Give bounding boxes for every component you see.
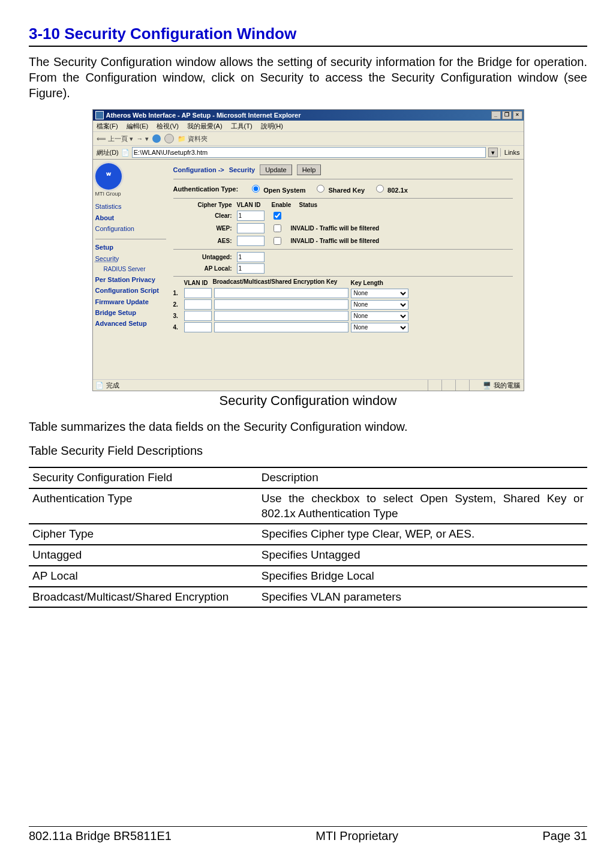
sidebar-item-advanced[interactable]: Advanced Setup <box>95 319 166 328</box>
fields-table: Security Configuration Field Description… <box>29 467 587 608</box>
cipher-header: Cipher Type VLAN ID Enable Status <box>173 201 513 209</box>
table-row: Broadcast/Multicast/Shared EncryptionSpe… <box>29 587 587 608</box>
auth-radio-8021x[interactable] <box>376 185 384 193</box>
sidebar-item-bridge-setup[interactable]: Bridge Setup <box>95 308 166 317</box>
logo-label: MTI Group <box>95 191 166 198</box>
menu-view[interactable]: 檢視(V) <box>157 122 179 130</box>
stop-icon[interactable] <box>152 134 161 143</box>
auth-open-system[interactable]: Open System <box>249 183 305 194</box>
untagged-input[interactable] <box>237 252 265 262</box>
ie-menu-bar: 檔案(F) 編輯(E) 檢視(V) 我的最愛(A) 工具(T) 說明(H) <box>93 121 524 132</box>
key-row: 2.None <box>173 299 513 310</box>
ie-toolbar: ⟸ 上一頁 ▾ → ▾ 📁 資料夾 <box>93 132 524 146</box>
key-row-num: 1. <box>173 289 182 297</box>
address-dropdown[interactable]: ▾ <box>488 148 498 157</box>
sidebar: ʷ MTI Group Statistics About Configurati… <box>93 160 169 380</box>
key-length-select[interactable]: None <box>351 300 408 310</box>
logo-icon: ʷ <box>95 163 122 190</box>
table-cell-field: Broadcast/Multicast/Shared Encryption <box>29 587 258 608</box>
aplocal-input[interactable] <box>237 263 265 274</box>
aes-enable-checkbox[interactable] <box>274 237 281 245</box>
page-icon: 📄 <box>121 148 130 157</box>
sidebar-item-about[interactable]: About <box>95 214 166 222</box>
cipher-row-wep: WEP: INVALID - Traffic will be filtered <box>173 223 513 234</box>
table-cell-desc: Specifies Cipher type Clear, WEP, or AES… <box>258 524 587 545</box>
table-cell-field: Authentication Type <box>29 488 258 524</box>
minimize-button[interactable]: _ <box>491 111 501 119</box>
table-cell-field: Untagged <box>29 545 258 566</box>
figure-caption: Security Configuration window <box>29 392 587 410</box>
window-title: Atheros Web Interface - AP Setup - Micro… <box>106 111 301 119</box>
clear-vlan-input[interactable] <box>237 211 265 221</box>
intro-paragraph: The Security Configuration window allows… <box>29 54 587 101</box>
sidebar-item-configuration[interactable]: Configuration <box>95 224 166 233</box>
aes-vlan-input[interactable] <box>237 236 265 246</box>
forward-button[interactable]: → ▾ <box>137 134 149 143</box>
crumb-security: Security <box>229 166 255 174</box>
table-header-field: Security Configuration Field <box>29 467 258 488</box>
maximize-button[interactable]: ❐ <box>502 111 512 119</box>
key-value-input[interactable] <box>214 311 348 321</box>
menu-favorites[interactable]: 我的最愛(A) <box>187 122 223 130</box>
key-length-select[interactable]: None <box>351 311 408 321</box>
table-header-row: Security Configuration Field Description <box>29 467 587 488</box>
back-button[interactable]: ⟸ 上一頁 ▾ <box>97 134 133 143</box>
status-done-icon: 📄 <box>95 381 104 389</box>
status-zone-icon: 🖥️ <box>483 381 491 389</box>
sidebar-item-statistics[interactable]: Statistics <box>95 202 166 211</box>
cipher-row-clear: Clear: <box>173 210 513 221</box>
table-intro: Table summarizes the data fields on the … <box>29 419 587 434</box>
clear-enable-checkbox[interactable] <box>274 212 281 220</box>
auth-radio-open[interactable] <box>252 185 260 193</box>
update-button[interactable]: Update <box>260 164 292 175</box>
table-cell-desc: Specifies Bridge Local <box>258 566 587 587</box>
links-label[interactable]: Links <box>500 148 520 157</box>
menu-help[interactable]: 說明(H) <box>261 122 283 130</box>
key-value-input[interactable] <box>214 288 348 298</box>
auth-type-label: Authentication Type: <box>173 185 239 193</box>
key-length-select[interactable]: None <box>351 323 408 332</box>
sidebar-item-radius[interactable]: RADIUS Server <box>104 265 166 273</box>
title-rule <box>29 46 587 47</box>
sidebar-item-config-script[interactable]: Configuration Script <box>95 286 166 295</box>
crumb-configuration[interactable]: Configuration -> <box>173 166 224 174</box>
sidebar-item-setup[interactable]: Setup <box>95 243 166 251</box>
auth-shared-key[interactable]: Shared Key <box>314 183 365 194</box>
ie-client-area: ▲ ▼ ʷ MTI Group Statistics About Configu… <box>93 160 524 380</box>
key-value-input[interactable] <box>214 299 348 310</box>
auth-radio-shared[interactable] <box>317 185 324 193</box>
refresh-icon[interactable] <box>164 134 174 143</box>
key-vlan-input[interactable] <box>184 311 212 321</box>
key-row: 1.None <box>173 288 513 298</box>
sidebar-item-security[interactable]: Security <box>95 254 166 263</box>
ie-icon <box>95 111 104 119</box>
address-input[interactable] <box>132 147 486 158</box>
auth-8021x[interactable]: 802.1x <box>373 183 408 194</box>
sidebar-item-firmware[interactable]: Firmware Update <box>95 298 166 306</box>
menu-file[interactable]: 檔案(F) <box>97 122 118 130</box>
key-vlan-input[interactable] <box>184 322 212 332</box>
address-label: 網址(D) <box>97 148 119 157</box>
ie-title-bar: Atheros Web Interface - AP Setup - Micro… <box>93 110 524 121</box>
folders-button[interactable]: 📁 資料夾 <box>178 134 208 143</box>
key-vlan-input[interactable] <box>184 288 212 298</box>
table-title: Table Security Field Descriptions <box>29 443 587 458</box>
breadcrumb: Configuration -> Security Update Help <box>173 164 513 175</box>
key-value-input[interactable] <box>214 322 348 332</box>
auth-type-row: Authentication Type: Open System Shared … <box>173 183 513 194</box>
key-length-select[interactable]: None <box>351 289 408 298</box>
table-header-desc: Description <box>258 467 587 488</box>
ie-status-bar: 📄 完成 🖥️ 我的電腦 <box>93 379 524 391</box>
sidebar-item-per-station[interactable]: Per Station Privacy <box>95 275 166 284</box>
key-row: 4.None <box>173 322 513 332</box>
wep-vlan-input[interactable] <box>237 223 265 233</box>
wep-enable-checkbox[interactable] <box>274 224 281 232</box>
table-cell-desc: Specifies Untagged <box>258 545 587 566</box>
menu-edit[interactable]: 編輯(E) <box>127 122 149 130</box>
status-done-text: 完成 <box>106 381 119 389</box>
menu-tools[interactable]: 工具(T) <box>231 122 253 130</box>
close-button[interactable]: × <box>513 111 522 119</box>
help-button[interactable]: Help <box>297 164 321 175</box>
key-vlan-input[interactable] <box>184 299 212 310</box>
status-zone-text: 我的電腦 <box>494 381 520 389</box>
